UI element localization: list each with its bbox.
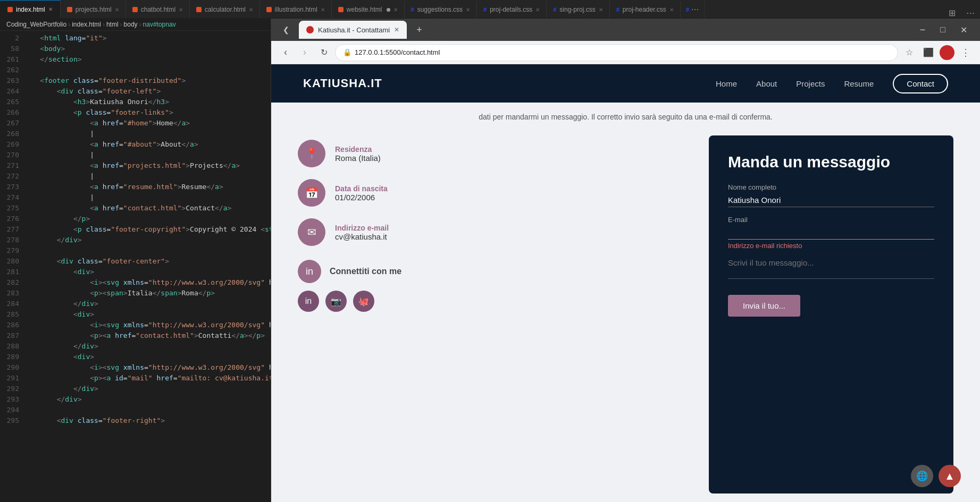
editor-tab-label: index.html bbox=[16, 6, 45, 13]
code-line bbox=[23, 405, 271, 415]
extensions-icon[interactable]: ⬛ bbox=[920, 45, 936, 61]
form-email-error: Indirizzo e-mail richiesto bbox=[728, 242, 934, 250]
breadcrumb-part[interactable]: index.html bbox=[72, 21, 101, 28]
instagram-icon[interactable]: 📷 bbox=[325, 291, 347, 312]
more-actions-icon[interactable]: ⋯ bbox=[961, 8, 980, 18]
code-line: </p> bbox=[23, 214, 271, 224]
breadcrumb-part[interactable]: nav#topnav bbox=[143, 21, 176, 28]
site-logo[interactable]: KATIUSHA.IT bbox=[303, 76, 716, 90]
editor-tab-website[interactable]: website.html ✕ bbox=[332, 1, 405, 18]
translate-button[interactable]: 🌐 bbox=[911, 465, 933, 487]
tab-close-icon[interactable]: ✕ bbox=[669, 7, 674, 13]
nav-about[interactable]: About bbox=[756, 79, 777, 88]
editor-tab-proj-details-css[interactable]: # proj-details.css ✕ bbox=[477, 1, 547, 18]
code-line: <div class="footer-left"> bbox=[23, 86, 271, 97]
window-minimize[interactable]: − bbox=[916, 24, 930, 36]
code-line: <p><a id="mail" href="mailto: cv@katiush… bbox=[23, 373, 271, 384]
editor-tab-projects[interactable]: projects.html ✕ bbox=[61, 1, 126, 18]
window-close[interactable]: ✕ bbox=[956, 25, 971, 35]
favicon bbox=[306, 26, 314, 33]
scroll-to-top-button[interactable]: ▲ bbox=[939, 465, 961, 487]
form-message-textarea[interactable] bbox=[728, 256, 934, 279]
code-line: </div> bbox=[23, 235, 271, 245]
form-name-input[interactable] bbox=[728, 193, 934, 207]
editor-tab-chatbot[interactable]: chatbot.html ✕ bbox=[126, 1, 190, 18]
linkedin-icon[interactable]: in bbox=[298, 291, 319, 312]
tab-close-icon[interactable]: ✕ bbox=[249, 7, 253, 13]
form-field-name: Nome completo bbox=[728, 183, 934, 207]
editor-tab-index[interactable]: index.html ✕ bbox=[0, 0, 61, 18]
breadcrumb-sep: › bbox=[120, 21, 122, 28]
editor-tab-suggestions-css[interactable]: # suggestions.css ✕ bbox=[405, 1, 478, 18]
browser-tab-close[interactable]: ✕ bbox=[394, 26, 399, 33]
nav-home[interactable]: Home bbox=[716, 79, 737, 88]
collapse-button[interactable]: ❮ bbox=[280, 25, 292, 34]
form-submit-button[interactable]: Invia il tuo... bbox=[728, 295, 800, 317]
code-line: <p class="footer-copyright">Copyright © … bbox=[23, 224, 271, 235]
nav-refresh-button[interactable]: ↻ bbox=[316, 45, 332, 61]
site-intro: dati per mandarmi un messaggio. Il corre… bbox=[271, 103, 980, 127]
info-value: Roma (Italia) bbox=[335, 154, 381, 163]
tab-close-icon[interactable]: ✕ bbox=[466, 7, 470, 13]
editor-tab-label: illustration.html bbox=[275, 6, 317, 13]
contact-info: 📍 Residenza Roma (Italia) 📅 Data di nasc… bbox=[298, 135, 690, 494]
layout-icon[interactable]: ⊞ bbox=[943, 8, 961, 18]
contact-form-panel: Manda un messaggio Nome completo E-mail … bbox=[709, 135, 953, 494]
breadcrumb-part[interactable]: Coding_WebPortfolio bbox=[6, 21, 66, 28]
breadcrumb-sep: › bbox=[68, 21, 70, 28]
github-icon[interactable]: 🐙 bbox=[353, 291, 374, 312]
code-text[interactable]: <html lang="it"> <body> </section> <foot… bbox=[23, 31, 271, 502]
lock-icon: 🔒 bbox=[343, 48, 351, 56]
form-title: Manda un messaggio bbox=[728, 152, 934, 172]
info-value: cv@katiusha.it bbox=[335, 232, 389, 241]
contact-nav-button[interactable]: Contact bbox=[893, 74, 948, 93]
info-value: 01/02/2006 bbox=[335, 193, 388, 202]
code-line: <p><a href="contact.html">Contatti</a></… bbox=[23, 330, 271, 341]
browser-tab-active[interactable]: Katiusha.it - Contattami ✕ bbox=[299, 21, 407, 39]
code-line: <p><span>Italia</span>Roma</p> bbox=[23, 288, 271, 299]
tab-close-icon[interactable]: ✕ bbox=[599, 7, 603, 13]
info-text-residenza: Residenza Roma (Italia) bbox=[335, 145, 381, 163]
address-bar[interactable]: 🔒 127.0.0.1:5500/contact.html bbox=[335, 44, 898, 61]
code-line: <div class="footer-right"> bbox=[23, 415, 271, 426]
info-item-birthdate: 📅 Data di nascita 01/02/2006 bbox=[298, 179, 690, 207]
breadcrumb-part[interactable]: html bbox=[106, 21, 119, 28]
code-line bbox=[23, 65, 271, 75]
code-line: <a href="#home">Home</a> bbox=[23, 118, 271, 129]
website-viewport: KATIUSHA.IT Home About Projects Resume C… bbox=[271, 64, 980, 502]
nav-resume[interactable]: Resume bbox=[844, 79, 874, 88]
profile-avatar[interactable] bbox=[940, 45, 954, 60]
code-body[interactable]: 2 58 261 262 263 264 265 266 267 268 269… bbox=[0, 31, 271, 502]
tab-close-icon[interactable]: ✕ bbox=[115, 7, 119, 13]
tab-close-icon[interactable]: ✕ bbox=[179, 7, 183, 13]
window-maximize[interactable]: □ bbox=[936, 25, 950, 35]
editor-tab-label: calculator.html bbox=[205, 6, 246, 13]
editor-tab-proj-header-css[interactable]: # proj-header.css ✕ bbox=[610, 1, 681, 18]
new-tab-button[interactable]: + bbox=[413, 24, 425, 36]
tab-close-icon[interactable]: ✕ bbox=[321, 7, 325, 13]
browser-menu-icon[interactable]: ⋮ bbox=[958, 45, 974, 61]
editor-tab-sing-proj-css[interactable]: # sing-proj.css ✕ bbox=[547, 1, 609, 18]
info-text-birthdate: Data di nascita 01/02/2006 bbox=[335, 184, 388, 202]
breadcrumb-part[interactable]: body bbox=[124, 21, 138, 28]
code-line: | bbox=[23, 150, 271, 160]
form-email-input[interactable] bbox=[728, 226, 934, 240]
bookmark-icon[interactable]: ☆ bbox=[901, 45, 917, 61]
nav-forward-button[interactable]: › bbox=[297, 45, 313, 61]
editor-tab-more[interactable]: # ⋯ bbox=[681, 1, 705, 18]
code-line: </div> bbox=[23, 384, 271, 394]
tab-close-icon[interactable]: ✕ bbox=[48, 6, 53, 12]
editor-tab-label: website.html bbox=[347, 6, 382, 13]
code-line: <footer class="footer-distributed"> bbox=[23, 75, 271, 86]
editor-tab-calculator[interactable]: calculator.html ✕ bbox=[190, 1, 260, 18]
code-editor: Coding_WebPortfolio › index.html › html … bbox=[0, 19, 271, 502]
contact-section: 📍 Residenza Roma (Italia) 📅 Data di nasc… bbox=[271, 127, 980, 502]
tab-close-icon[interactable]: ✕ bbox=[393, 7, 398, 13]
editor-tab-illustration[interactable]: illustration.html ✕ bbox=[260, 1, 332, 18]
nav-projects[interactable]: Projects bbox=[796, 79, 825, 88]
nav-back-button[interactable]: ‹ bbox=[278, 45, 294, 61]
tab-close-icon[interactable]: ✕ bbox=[535, 7, 540, 13]
code-line: | bbox=[23, 129, 271, 139]
code-line: | bbox=[23, 192, 271, 203]
code-line: <i><svg xmlns="http://www.w3.org/2000/sv… bbox=[23, 362, 271, 373]
